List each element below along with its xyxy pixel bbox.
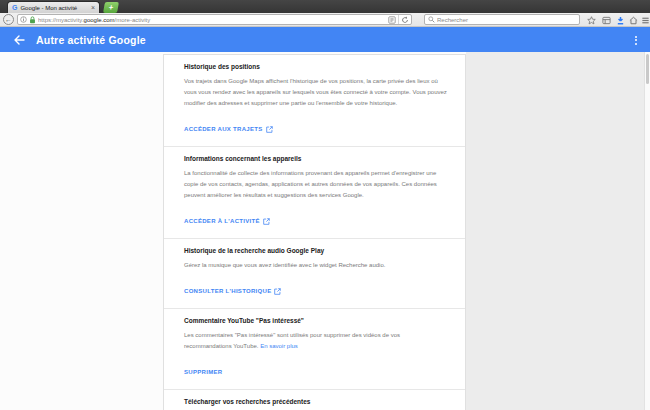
section-device-information: Informations concernant les appareils La… [164, 147, 465, 239]
section-description: Gérez la musique que vous avez identifié… [184, 260, 448, 271]
browser-back-button[interactable]: ← [3, 14, 14, 25]
scrollbar-thumb[interactable] [646, 54, 649, 84]
activity-card: Historique des positions Vos trajets dan… [163, 54, 466, 410]
view-history-link[interactable]: CONSULTER L'HISTORIQUE [184, 288, 281, 295]
bookmark-star-icon[interactable] [586, 15, 597, 26]
urlbar-separator [398, 15, 399, 24]
section-location-history: Historique des positions Vos trajets dan… [164, 55, 465, 147]
page-title: Autre activité Google [36, 34, 146, 46]
browser-tab[interactable]: G Google - Mon activité × [7, 1, 100, 13]
section-download-searches: Télécharger vos recherches précédentes C… [164, 390, 465, 410]
lock-icon[interactable] [29, 16, 36, 24]
app-bar: Autre activité Google [0, 27, 650, 52]
navigation-bar: ← https://myactivity.google.com/more-act… [0, 13, 650, 27]
external-link-icon [274, 288, 281, 295]
page-content: Historique des positions Vos trajets dan… [0, 52, 650, 410]
tab-title: Google - Mon activité [20, 5, 87, 11]
tab-bar: G Google - Mon activité × + [0, 0, 650, 13]
bookmarks-menu-icon[interactable] [601, 15, 612, 26]
section-title: Commentaire YouTube "Pas intéressé" [184, 317, 451, 324]
scrollbar[interactable] [644, 52, 650, 410]
overflow-menu-icon[interactable] [631, 34, 641, 46]
menu-icon[interactable] [640, 15, 650, 26]
section-title: Télécharger vos recherches précédentes [184, 398, 451, 405]
reader-mode-icon[interactable] [388, 16, 396, 24]
learn-more-link[interactable]: En savoir plus [260, 343, 298, 349]
section-youtube-not-interested: Commentaire YouTube "Pas intéressé" Les … [164, 309, 465, 390]
section-description: Vos trajets dans Google Maps affichent l… [184, 76, 448, 109]
search-icon [428, 16, 435, 23]
downloads-icon[interactable] [615, 15, 626, 26]
close-tab-icon[interactable]: × [91, 4, 95, 11]
section-description: Les commentaires "Pas intéressé" sont ut… [184, 330, 448, 352]
reload-icon[interactable] [401, 16, 409, 24]
section-title: Historique des positions [184, 63, 451, 70]
search-bar[interactable] [424, 14, 580, 25]
browser-window: G Google - Mon activité × + ← https://my… [0, 0, 650, 410]
section-audio-search-history: Historique de la recherche audio Google … [164, 239, 465, 309]
url-text[interactable]: https://myactivity.google.com/more-activ… [38, 17, 386, 23]
external-link-icon [266, 126, 273, 133]
page-background [466, 52, 644, 410]
back-arrow-icon[interactable] [13, 34, 25, 46]
section-description: La fonctionnalité de collecte des inform… [184, 168, 448, 201]
search-input[interactable] [437, 17, 576, 23]
section-title: Historique de la recherche audio Google … [184, 247, 451, 254]
new-tab-button[interactable]: + [103, 2, 119, 13]
delete-link[interactable]: SUPPRIMER [184, 369, 222, 375]
google-favicon-icon: G [12, 4, 17, 11]
access-trips-link[interactable]: ACCÉDER AUX TRAJETS [184, 126, 273, 133]
section-title: Informations concernant les appareils [184, 155, 451, 162]
url-bar[interactable]: https://myactivity.google.com/more-activ… [17, 14, 412, 25]
external-link-icon [263, 218, 270, 225]
info-icon[interactable] [20, 16, 27, 23]
home-icon[interactable] [628, 15, 639, 26]
access-activity-link[interactable]: ACCÉDER À L'ACTIVITÉ [184, 218, 270, 225]
